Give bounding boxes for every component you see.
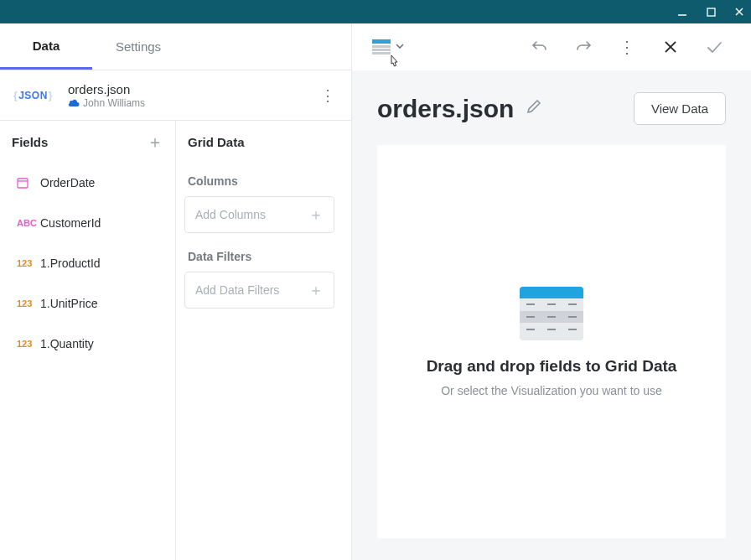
datasource-filename: orders.json: [68, 82, 316, 96]
visualization-dropzone[interactable]: Drag and drop fields to Grid Data Or sel…: [377, 145, 726, 538]
cursor-pointer-icon: [387, 54, 401, 72]
close-icon[interactable]: [654, 30, 687, 64]
text-field-icon: ABC: [17, 218, 37, 228]
datasource-row: JSON orders.json John Williams ⋮: [0, 70, 351, 121]
left-tabs: Data Settings: [0, 23, 351, 70]
undo-icon[interactable]: [523, 30, 557, 64]
field-label: 1.ProductId: [40, 257, 101, 270]
field-label: CustomerId: [40, 216, 101, 230]
fields-header: Fields: [12, 135, 48, 149]
right-panel: ⋮ orders.json View Data: [352, 23, 751, 560]
onedrive-icon: [68, 97, 80, 109]
field-item[interactable]: 1231.ProductId: [0, 243, 175, 283]
view-data-button[interactable]: View Data: [634, 92, 726, 125]
confirm-check-icon[interactable]: [697, 30, 731, 64]
add-columns-dropzone[interactable]: Add Columns ＋: [184, 196, 334, 233]
svg-rect-1: [707, 8, 715, 16]
grid-placeholder-icon: [520, 287, 583, 340]
dropzone-title: Drag and drop fields to Grid Data: [427, 357, 677, 376]
json-icon: JSON: [13, 90, 53, 101]
columns-label: Columns: [176, 163, 343, 196]
redo-icon[interactable]: [567, 30, 600, 64]
dropzone-subtitle: Or select the Visualization you want to …: [441, 384, 662, 397]
field-item[interactable]: OrderDate: [0, 163, 175, 203]
grid-data-header: Grid Data: [188, 135, 245, 149]
number-field-icon: 123: [17, 258, 37, 268]
window-close-icon[interactable]: [733, 5, 746, 18]
field-item[interactable]: 1231.UnitPrice: [0, 283, 175, 324]
right-toolbar: ⋮: [352, 23, 751, 70]
add-columns-placeholder: Add Columns: [195, 208, 266, 221]
window-maximize-icon[interactable]: [704, 5, 717, 18]
left-panel: Data Settings JSON orders.json John Will…: [0, 23, 352, 560]
field-label: 1.Quantity: [40, 337, 94, 350]
grid-data-column: Grid Data Columns Add Columns ＋ Data Fil…: [176, 121, 351, 560]
tab-settings[interactable]: Settings: [92, 23, 184, 70]
svg-rect-4: [18, 179, 28, 188]
fields-column: Fields ＋ OrderDateABCCustomerId1231.Prod…: [0, 121, 176, 560]
data-filters-label: Data Filters: [176, 238, 343, 272]
number-field-icon: 123: [17, 298, 37, 309]
grid-viz-icon: [372, 39, 391, 54]
add-columns-icon: ＋: [308, 205, 324, 225]
add-filters-icon: ＋: [308, 280, 324, 300]
edit-title-icon[interactable]: [526, 98, 542, 119]
field-item[interactable]: ABCCustomerId: [0, 203, 175, 243]
tab-data[interactable]: Data: [0, 23, 92, 70]
field-label: OrderDate: [40, 176, 95, 189]
chevron-down-icon: [394, 40, 406, 54]
more-menu-icon[interactable]: ⋮: [610, 30, 644, 64]
window-titlebar: [0, 0, 751, 23]
field-label: 1.UnitPrice: [40, 297, 97, 310]
datasource-menu-icon[interactable]: ⋮: [316, 84, 339, 107]
page-title: orders.json: [377, 95, 514, 123]
visualization-picker[interactable]: [372, 39, 406, 54]
window-minimize-icon[interactable]: [676, 5, 689, 18]
field-item[interactable]: 1231.Quantity: [0, 324, 175, 364]
add-filters-placeholder: Add Data Filters: [195, 283, 279, 297]
datasource-owner: John Williams: [83, 97, 145, 109]
add-field-icon[interactable]: ＋: [147, 131, 163, 153]
date-field-icon: [17, 177, 37, 189]
add-filters-dropzone[interactable]: Add Data Filters ＋: [184, 272, 334, 309]
number-field-icon: 123: [17, 339, 37, 349]
